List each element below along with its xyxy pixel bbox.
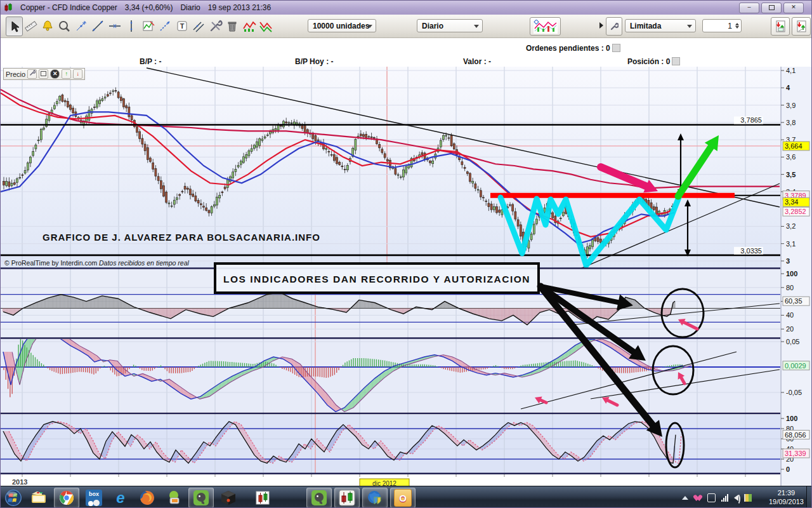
green-utility-icon [166, 490, 182, 506]
price-axis-tick: 3,9 [786, 102, 796, 109]
start-button[interactable] [2, 488, 25, 507]
time-axis-date-text: dic 2012 [372, 480, 396, 486]
taskbar-item-evernote[interactable] [188, 488, 214, 508]
blue-shield-icon [367, 490, 383, 506]
taskbar-item-chrome[interactable] [54, 488, 79, 508]
tool-indicator-window-button[interactable] [140, 17, 156, 35]
taskbar-item-box[interactable]: box [82, 488, 106, 507]
taskbar-item-blue-shield[interactable] [362, 488, 388, 508]
secondary-price-badge-text: 3,2852 [785, 208, 806, 215]
tool-drawing-tools-button[interactable] [207, 17, 223, 35]
taskbar-item-black-cube[interactable] [216, 488, 240, 507]
candlestick-app-icon [4, 3, 13, 12]
clock-date: 19/09/2013 [769, 497, 804, 506]
taskbar-item-outlook[interactable]: O [390, 488, 416, 508]
price-panel-title: Precio [6, 70, 25, 78]
tool-vertical-line-button[interactable] [124, 17, 140, 35]
tool-parallel-lines-button[interactable] [191, 17, 207, 35]
ruler-icon [23, 18, 38, 34]
taskbar-item-green-utility[interactable] [162, 488, 186, 507]
tool-horizontal-segment-button[interactable] [107, 17, 122, 35]
quantity-stepper[interactable]: 1 [702, 19, 742, 32]
units-dropdown[interactable]: 10000 unidades [308, 19, 376, 32]
tool-ruler-button[interactable] [23, 17, 39, 35]
system-tray [682, 486, 752, 508]
pointer-icon [7, 19, 22, 34]
order-type-dropdown[interactable]: Limitada [625, 19, 696, 32]
stepper-down-icon[interactable] [735, 26, 739, 29]
price-axis-tick: 4 [786, 84, 790, 91]
tool-pointer-button[interactable] [6, 17, 23, 36]
timeframe-dropdown[interactable]: Diario [417, 19, 483, 32]
outlook-letter: O [399, 493, 407, 504]
restore-button[interactable] [761, 3, 782, 13]
tool-bullish-pattern-button[interactable] [258, 17, 274, 35]
title-bar[interactable]: Copper - CFD Indice Copper 3,34 (+0,60%)… [1, 1, 812, 15]
taskbar-item-red-candle-app[interactable] [251, 488, 275, 507]
order-settings-button[interactable] [606, 17, 622, 36]
power-tray-icon[interactable] [707, 493, 716, 502]
oscillator-axis-tick: 40 [786, 311, 794, 319]
chrome-icon [58, 490, 75, 506]
tool-bearish-pattern-button[interactable] [241, 17, 257, 35]
taskbar-item-firefox[interactable] [135, 488, 159, 507]
red-candle-icon [255, 490, 270, 505]
panel-window-icon[interactable] [39, 69, 48, 79]
annotation-box-text: LOS INDICADORES DAN RECORRIDO Y AUTORIZA… [223, 274, 530, 284]
trend-line-icon [90, 18, 105, 34]
order-settings-mini-icon[interactable] [612, 44, 620, 52]
panel-settings-icon[interactable] [27, 69, 37, 79]
tool-trash-button[interactable] [225, 17, 240, 35]
sell-order-button[interactable] [771, 17, 790, 36]
collapse-arrow-icon[interactable] [599, 22, 603, 29]
taskbar-item-explorer[interactable] [27, 488, 51, 507]
taskbar-item-internet-explorer[interactable]: e [108, 488, 133, 507]
close-button[interactable]: ✕ [783, 3, 804, 13]
bp-hoy-label: B/P Hoy : - [295, 57, 333, 66]
stepper-up-icon[interactable] [735, 23, 739, 25]
level-label: 3,0335 [740, 247, 762, 255]
heart-tray-icon[interactable] [694, 495, 702, 502]
position-mini-icon[interactable] [672, 57, 680, 65]
svg-text:T: T [180, 22, 184, 30]
oscillator-axis-tick: 80 [786, 284, 794, 291]
buy-order-icon [795, 20, 808, 34]
stochastic-axis-tick: 100 [786, 415, 797, 422]
volume-tray-icon[interactable] [734, 495, 738, 501]
macd-axis-tick: -0,05 [786, 389, 802, 396]
window-quote: 3,34 (+0,60%) [125, 3, 173, 12]
tool-point-button[interactable] [73, 17, 89, 35]
chart-canvas[interactable]: 3,78653,0335GRAFICO DE J. ALVAREZ PARA B… [1, 67, 812, 486]
chart-style-button[interactable] [530, 17, 561, 36]
zoom-icon [56, 18, 72, 34]
black-cube-icon [220, 490, 237, 506]
bp-label: B/P : - [140, 57, 161, 66]
oscillator-axis-tick: 100 [786, 270, 797, 277]
price-panel-header[interactable]: Precio ✕ ↑ ↓ [3, 68, 85, 80]
chevron-down-icon [474, 25, 479, 28]
buy-order-button[interactable] [792, 17, 811, 36]
panel-buy-icon[interactable]: ↑ [62, 69, 71, 79]
minimize-button[interactable]: – [739, 3, 759, 13]
posicion-label: Posición : 0 [627, 57, 680, 66]
tool-arrow-line-button[interactable] [157, 17, 173, 35]
action-center-flag-icon[interactable] [744, 494, 752, 502]
copyright-text: © ProRealTime by Interdin.com [4, 259, 97, 267]
panel-close-icon[interactable]: ✕ [50, 69, 60, 79]
panel-sell-icon[interactable]: ↓ [73, 69, 82, 79]
arrow-line-icon [157, 18, 173, 34]
windows-taskbar: box e O [1, 486, 812, 508]
hidden-icons-icon[interactable] [682, 496, 688, 500]
taskbar-item-prorealtime[interactable] [334, 488, 360, 508]
taskbar-item-evernote-2[interactable] [306, 488, 332, 508]
tool-zoom-button[interactable] [56, 17, 72, 35]
tool-trend-line-button[interactable] [90, 17, 106, 35]
taskbar-clock[interactable]: 21:39 19/09/2013 [769, 488, 804, 506]
network-tray-icon[interactable] [721, 494, 728, 502]
tool-text-button[interactable]: T [174, 17, 190, 35]
tool-alarm-button[interactable] [39, 17, 55, 35]
time-axis-year: 2013 [12, 478, 27, 486]
price-axis-tick: 4,1 [786, 67, 796, 74]
explorer-folder-icon [30, 490, 48, 505]
show-desktop-button[interactable] [806, 486, 812, 508]
